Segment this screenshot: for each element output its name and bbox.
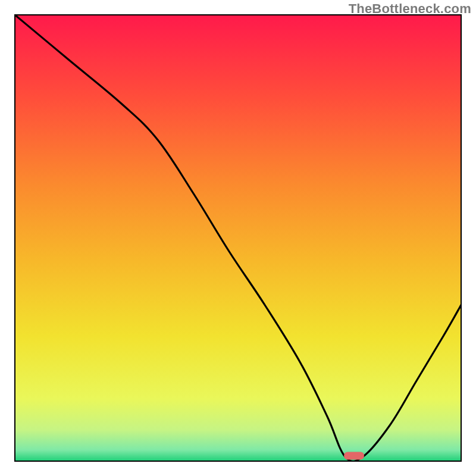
bottleneck-chart [0, 0, 476, 476]
chart-root: TheBottleneck.com [0, 0, 476, 476]
watermark-text: TheBottleneck.com [349, 1, 471, 17]
gradient-background [15, 15, 461, 461]
optimal-marker [344, 452, 364, 460]
